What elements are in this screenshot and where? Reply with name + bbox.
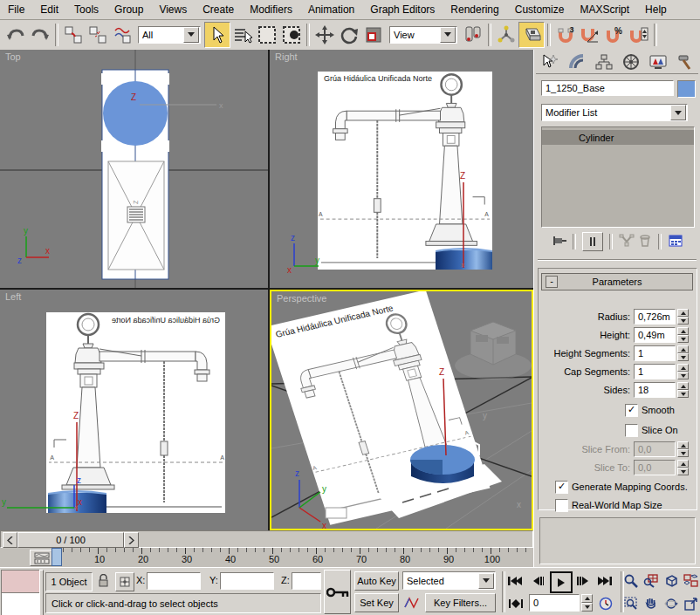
tab-hierarchy[interactable] <box>590 51 617 72</box>
zoom-button[interactable] <box>621 571 640 591</box>
redo-button[interactable] <box>28 23 52 47</box>
dropdown-arrow-icon[interactable] <box>670 105 686 120</box>
select-and-manipulate-button[interactable] <box>494 23 518 47</box>
menu-create[interactable]: Create <box>195 1 242 18</box>
absolute-offset-mode-toggle[interactable] <box>115 572 134 591</box>
tab-display[interactable] <box>644 51 671 72</box>
time-slider-handle[interactable]: 0 / 100 <box>17 532 124 548</box>
configure-modifier-sets-button[interactable] <box>668 234 683 249</box>
generate-mapping-coords-checkbox[interactable]: ✓ <box>555 481 568 494</box>
x-coordinate-field[interactable] <box>147 572 201 590</box>
open-mini-curve-editor-button[interactable] <box>30 550 54 566</box>
show-end-result-button[interactable] <box>582 232 603 251</box>
tab-create[interactable] <box>536 51 563 72</box>
listener-splitter[interactable] <box>39 570 44 615</box>
window-crossing-toggle-button[interactable] <box>279 23 304 47</box>
auto-key-button[interactable]: Auto Key <box>354 571 399 591</box>
viewport-right-label[interactable]: Right <box>275 51 298 62</box>
macro-recorder-pane[interactable] <box>1 570 40 594</box>
menu-rendering[interactable]: Rendering <box>443 1 506 18</box>
radius-spinner[interactable] <box>677 309 689 325</box>
menu-file[interactable]: File <box>0 1 32 18</box>
play-animation-button[interactable] <box>550 571 573 593</box>
modifier-list-dropdown[interactable]: Modifier List <box>541 104 688 121</box>
slice-on-checkbox[interactable] <box>625 424 638 437</box>
maximize-viewport-toggle-button[interactable] <box>682 594 700 613</box>
menu-customize[interactable]: Customize <box>507 1 573 18</box>
radius-field[interactable]: 0,726m <box>634 309 676 325</box>
height-segments-field[interactable]: 1 <box>634 345 676 361</box>
reference-coordinate-system-dropdown[interactable]: View <box>389 26 457 44</box>
dropdown-arrow-icon[interactable] <box>478 573 494 589</box>
viewport-perspective[interactable]: y x Grúa Hidáulica Unificada Norte <box>270 290 533 530</box>
cap-segments-spinner[interactable] <box>677 364 689 379</box>
frame-spinner[interactable] <box>581 594 593 612</box>
viewport-left[interactable]: Left Z x z y x Grúa Hidáulica Unificada … <box>0 290 268 530</box>
select-and-scale-button[interactable] <box>361 23 386 47</box>
unlink-selection-button[interactable] <box>86 23 110 47</box>
menu-animation[interactable]: Animation <box>300 1 362 18</box>
height-segments-spinner[interactable] <box>677 345 689 361</box>
rectangular-selection-region-button[interactable] <box>255 23 279 47</box>
cap-segments-field[interactable]: 1 <box>634 364 676 379</box>
tab-motion[interactable] <box>617 51 644 72</box>
modifier-stack-item-cylinder[interactable]: Cylinder <box>542 130 694 145</box>
go-to-start-button[interactable] <box>504 572 525 590</box>
key-filter-scope-dropdown[interactable]: Selected <box>402 571 496 590</box>
zoom-extents-all-button[interactable] <box>682 571 700 591</box>
time-slider[interactable]: 0 / 100 <box>0 530 533 548</box>
real-world-map-size-checkbox[interactable] <box>555 499 568 512</box>
y-coordinate-field[interactable] <box>220 572 274 590</box>
make-unique-button[interactable] <box>619 234 635 249</box>
menu-graph-editors[interactable]: Graph Editors <box>362 1 443 18</box>
remove-modifier-button[interactable] <box>638 234 652 249</box>
viewport-perspective-label[interactable]: Perspective <box>277 293 326 304</box>
dropdown-arrow-icon[interactable] <box>440 27 456 43</box>
selection-filter-dropdown[interactable]: All <box>138 26 201 44</box>
arc-rotate-button[interactable] <box>662 594 680 613</box>
menu-tools[interactable]: Tools <box>66 1 106 18</box>
previous-frame-button[interactable] <box>528 572 547 590</box>
viewport-top[interactable]: Top Z x <box>0 50 268 288</box>
sides-spinner[interactable] <box>677 382 689 398</box>
z-coordinate-field[interactable] <box>292 572 321 590</box>
select-and-move-button[interactable] <box>312 23 337 47</box>
menu-edit[interactable]: Edit <box>32 1 66 18</box>
use-pivot-point-center-button[interactable] <box>461 23 485 47</box>
object-color-swatch[interactable] <box>677 80 696 98</box>
menu-maxscript[interactable]: MAXScript <box>572 1 637 18</box>
key-filters-button[interactable]: Key Filters... <box>425 593 496 612</box>
undo-button[interactable] <box>3 23 28 47</box>
set-key-button[interactable]: Set Key <box>354 593 399 612</box>
height-field[interactable]: 0,49m <box>634 327 676 343</box>
time-configuration-button[interactable] <box>597 595 614 612</box>
time-slider-prev-button[interactable] <box>3 532 17 548</box>
pan-view-button[interactable] <box>642 594 660 613</box>
sides-field[interactable]: 18 <box>634 382 676 398</box>
angle-snap-toggle-button[interactable] <box>578 23 602 47</box>
go-to-end-button[interactable] <box>594 572 615 590</box>
select-object-button[interactable] <box>204 22 230 48</box>
time-slider-next-button[interactable] <box>124 532 139 548</box>
select-and-link-button[interactable] <box>61 23 86 47</box>
maxscript-mini-listener[interactable] <box>1 592 40 615</box>
dropdown-arrow-icon[interactable] <box>183 27 199 43</box>
tab-modify[interactable] <box>563 51 590 72</box>
zoom-extents-button[interactable] <box>662 571 680 591</box>
track-bar[interactable]: 0102030405060708090100 <box>0 548 533 568</box>
tab-utilities[interactable] <box>671 51 698 72</box>
default-in-out-tangents-button[interactable] <box>402 593 422 612</box>
modifier-stack[interactable]: Cylinder <box>541 126 695 228</box>
percent-snap-toggle-button[interactable]: % <box>602 23 627 47</box>
menu-views[interactable]: Views <box>151 1 195 18</box>
smooth-checkbox[interactable]: ✓ <box>625 404 638 417</box>
viewport-right[interactable]: Right Z x z y x Grúa Hidáulica Unificada… <box>270 50 533 288</box>
select-by-name-button[interactable] <box>230 23 255 47</box>
set-keys-button[interactable] <box>324 570 351 614</box>
bind-to-spacewarp-button[interactable] <box>110 23 134 47</box>
current-frame-field[interactable]: 0 <box>529 594 580 612</box>
pin-stack-button[interactable] <box>551 234 566 249</box>
select-and-rotate-button[interactable] <box>337 23 361 47</box>
snaps-toggle-button[interactable]: 3 <box>553 23 578 47</box>
menu-modifiers[interactable]: Modifiers <box>242 1 300 18</box>
